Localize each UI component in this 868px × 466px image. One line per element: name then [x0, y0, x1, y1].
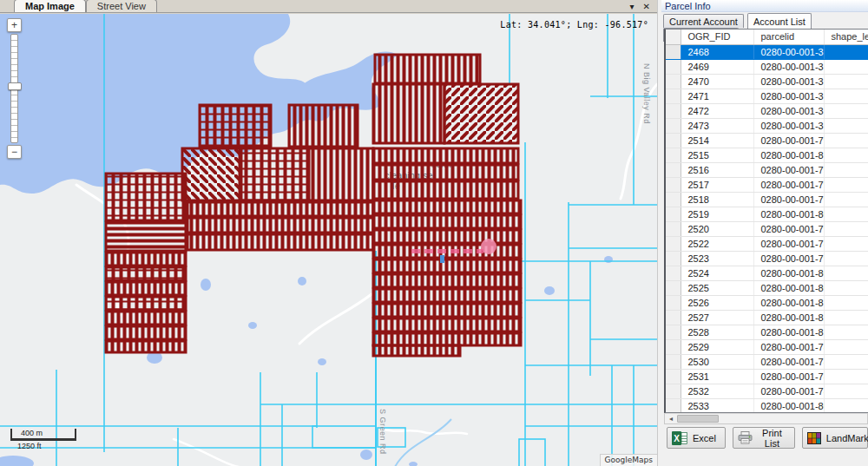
cell-ogr-fid[interactable]: 2520 [681, 221, 753, 236]
table-row[interactable]: 24710280-00-001-313... [666, 89, 868, 103]
row-selector-cell[interactable] [666, 207, 681, 221]
cell-ogr-fid[interactable]: 2533 [681, 398, 753, 413]
table-row[interactable]: 25300280-00-001-782... [666, 354, 868, 369]
table-row[interactable]: 25230280-00-001-790... [666, 251, 868, 266]
cell-ogr-fid[interactable]: 2470 [681, 74, 753, 89]
cell-shape-leng[interactable] [824, 148, 868, 162]
table-row[interactable]: 25170280-00-001-795... [666, 177, 868, 192]
cell-ogr-fid[interactable]: 2514 [681, 133, 753, 148]
cell-ogr-fid[interactable]: 2515 [681, 148, 753, 162]
cell-parcelid[interactable]: 0280-00-001-311... [753, 59, 824, 74]
cell-ogr-fid[interactable]: 2525 [681, 280, 753, 295]
cell-shape-leng[interactable] [824, 310, 868, 325]
cell-parcelid[interactable]: 0280-00-001-802... [753, 398, 824, 413]
cell-shape-leng[interactable] [824, 207, 868, 221]
row-selector-cell[interactable] [666, 369, 681, 384]
table-row[interactable]: 25150280-00-001-816... [666, 148, 868, 162]
scroll-left-arrow-icon[interactable]: ◂ [665, 414, 677, 423]
table-row[interactable]: 25190280-00-001-803... [666, 207, 868, 221]
cell-ogr-fid[interactable]: 2527 [681, 310, 753, 325]
row-selector-cell[interactable] [666, 133, 681, 148]
table-row[interactable]: 25220280-00-001-786... [666, 236, 868, 251]
table-row[interactable]: 25310280-00-001-784... [666, 369, 868, 384]
cell-ogr-fid[interactable]: 2471 [681, 89, 753, 103]
col-header-shape-leng[interactable]: shape_leng [824, 30, 868, 44]
cell-ogr-fid[interactable]: 2516 [681, 162, 753, 177]
cell-ogr-fid[interactable]: 2523 [681, 251, 753, 266]
row-selector-cell[interactable] [666, 103, 681, 118]
cell-ogr-fid[interactable]: 2519 [681, 207, 753, 221]
cell-ogr-fid[interactable]: 2517 [681, 177, 753, 192]
cell-ogr-fid[interactable]: 2469 [681, 59, 753, 74]
table-row[interactable]: 24680280-00-001-310... [666, 44, 868, 59]
table-row[interactable]: 25320280-00-001-785... [666, 384, 868, 398]
row-selector-cell[interactable] [666, 266, 681, 280]
row-selector-cell[interactable] [666, 384, 681, 398]
print-list-button[interactable]: Print List [733, 427, 795, 449]
table-row[interactable]: 25290280-00-001-783... [666, 339, 868, 354]
row-selector-cell[interactable] [666, 251, 681, 266]
table-row[interactable]: 24700280-00-001-312... [666, 74, 868, 89]
cell-shape-leng[interactable] [824, 384, 868, 398]
row-selector-cell[interactable] [666, 354, 681, 369]
cell-parcelid[interactable]: 0280-00-001-315... [753, 118, 824, 133]
scroll-thumb[interactable] [677, 415, 719, 423]
cell-ogr-fid[interactable]: 2528 [681, 325, 753, 339]
cell-ogr-fid[interactable]: 2473 [681, 118, 753, 133]
cell-ogr-fid[interactable]: 2531 [681, 369, 753, 384]
cell-parcelid[interactable]: 0280-00-001-795... [753, 177, 824, 192]
cell-parcelid[interactable]: 0280-00-001-784... [753, 369, 824, 384]
row-selector-cell[interactable] [666, 74, 681, 89]
tab-street-view[interactable]: Street View [86, 0, 157, 12]
close-pane-icon[interactable]: ✕ [643, 1, 650, 12]
cell-parcelid[interactable]: 0280-00-001-821... [753, 310, 824, 325]
cell-shape-leng[interactable] [824, 251, 868, 266]
tab-account-list[interactable]: Account List [747, 13, 812, 29]
cell-parcelid[interactable]: 0280-00-001-803... [753, 207, 824, 221]
table-row[interactable]: 25240280-00-001-800... [666, 266, 868, 280]
table-row[interactable]: 24730280-00-001-315... [666, 118, 868, 133]
cell-shape-leng[interactable] [824, 339, 868, 354]
col-header-parcelid[interactable]: parcelid [753, 30, 824, 44]
row-selector-cell[interactable] [666, 59, 681, 74]
cell-parcelid[interactable]: 0280-00-001-792... [753, 221, 824, 236]
cell-shape-leng[interactable] [824, 133, 868, 148]
cell-parcelid[interactable]: 0280-00-001-793... [753, 192, 824, 207]
cell-shape-leng[interactable] [824, 295, 868, 310]
row-selector-cell[interactable] [666, 177, 681, 192]
row-selector-cell[interactable] [666, 339, 681, 354]
cell-parcelid[interactable]: 0280-00-001-816... [753, 148, 824, 162]
cell-parcelid[interactable]: 0280-00-001-313... [753, 89, 824, 103]
cell-shape-leng[interactable] [824, 177, 868, 192]
zoom-slider-handle[interactable] [8, 82, 22, 90]
cell-ogr-fid[interactable]: 2526 [681, 295, 753, 310]
tab-map-image[interactable]: Map Image [14, 0, 86, 12]
cell-ogr-fid[interactable]: 2518 [681, 192, 753, 207]
table-row[interactable]: 25160280-00-001-797... [666, 162, 868, 177]
table-row[interactable]: 25180280-00-001-793... [666, 192, 868, 207]
grid-horizontal-scrollbar[interactable]: ◂ [664, 413, 868, 424]
table-row[interactable]: 24720280-00-001-314... [666, 103, 868, 118]
cell-shape-leng[interactable] [824, 118, 868, 133]
row-selector-cell[interactable] [666, 221, 681, 236]
cell-ogr-fid[interactable]: 2524 [681, 266, 753, 280]
row-selector-cell[interactable] [666, 280, 681, 295]
cell-ogr-fid[interactable]: 2472 [681, 103, 753, 118]
cell-ogr-fid[interactable]: 2529 [681, 339, 753, 354]
row-selector-cell[interactable] [666, 89, 681, 103]
cell-parcelid[interactable]: 0280-00-001-783... [753, 339, 824, 354]
table-row[interactable]: 25250280-00-001-804... [666, 280, 868, 295]
cell-parcelid[interactable]: 0280-00-001-804... [753, 280, 824, 295]
collapse-pane-icon[interactable]: ▾ [630, 1, 635, 12]
col-header-ogr-fid[interactable]: OGR_FID [681, 30, 753, 44]
cell-shape-leng[interactable] [824, 162, 868, 177]
cell-shape-leng[interactable] [824, 192, 868, 207]
table-row[interactable]: 25260280-00-001-810... [666, 295, 868, 310]
cell-shape-leng[interactable] [824, 236, 868, 251]
cell-shape-leng[interactable] [824, 221, 868, 236]
table-row[interactable]: 25200280-00-001-792... [666, 221, 868, 236]
row-selector-cell[interactable] [666, 192, 681, 207]
tab-current-account[interactable]: Current Account [663, 14, 744, 28]
cell-ogr-fid[interactable]: 2468 [681, 44, 753, 59]
row-selector-cell[interactable] [666, 236, 681, 251]
